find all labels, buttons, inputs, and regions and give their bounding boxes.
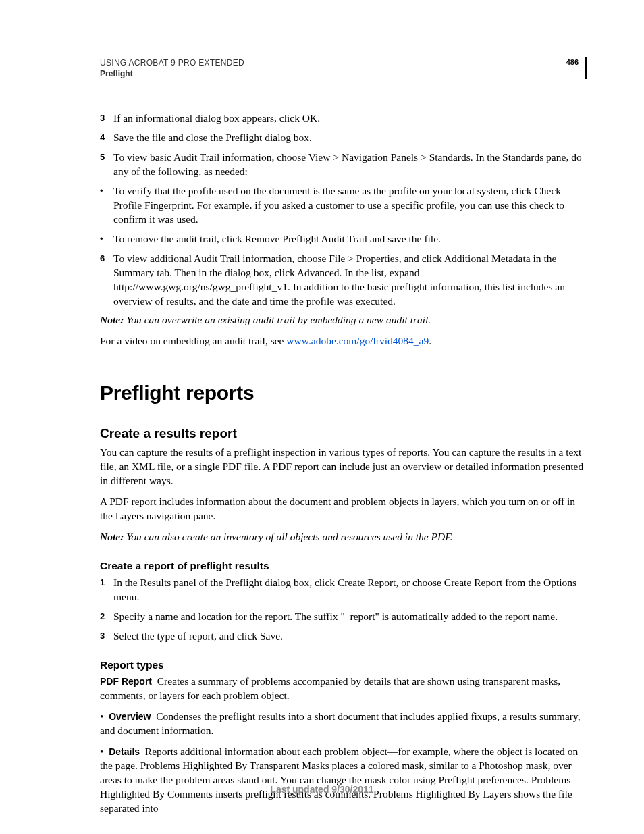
heading-preflight-reports: Preflight reports	[100, 380, 587, 407]
overview-desc: • Overview Condenses the preflight resul…	[100, 710, 587, 738]
pdf-report-desc: PDF Report Creates a summary of problems…	[100, 675, 587, 703]
para-pdf-report-layers: A PDF report includes information about …	[100, 495, 587, 523]
step-c3: 3 Select the type of report, and click S…	[100, 629, 587, 644]
page-number: 486	[566, 57, 579, 68]
step-6: 6 To view additional Audit Trail informa…	[100, 252, 587, 309]
page-header: USING ACROBAT 9 PRO EXTENDED Preflight 4…	[100, 57, 587, 79]
step-3: 3 If an informational dialog box appears…	[100, 111, 587, 126]
heading-create-report-preflight: Create a report of preflight results	[100, 559, 587, 573]
note-overwrite: Note: You can overwrite an existing audi…	[100, 313, 587, 328]
page-content: 3 If an informational dialog box appears…	[100, 111, 587, 815]
note-inventory: Note: You can also create an inventory o…	[100, 530, 587, 544]
header-section: Preflight	[100, 68, 577, 79]
heading-report-types: Report types	[100, 658, 587, 673]
step-c1: 1 In the Results panel of the Preflight …	[100, 576, 587, 604]
header-product: USING ACROBAT 9 PRO EXTENDED	[100, 57, 577, 68]
video-link[interactable]: www.adobe.com/go/lrvid4084_a9	[286, 335, 429, 346]
step-4: 4 Save the file and close the Preflight …	[100, 131, 587, 145]
heading-create-results-report: Create a results report	[100, 425, 587, 442]
bullet-remove-audit: • To remove the audit trail, click Remov…	[100, 232, 587, 246]
details-desc: • Details Reports additional information…	[100, 745, 587, 816]
para-capture-results: You can capture the results of a preflig…	[100, 446, 587, 488]
video-link-para: For a video on embedding an audit trail,…	[100, 334, 587, 348]
step-c2: 2 Specify a name and location for the re…	[100, 610, 587, 624]
step-5: 5 To view basic Audit Trail information,…	[100, 151, 587, 179]
bullet-profile-fingerprint: • To verify that the profile used on the…	[100, 184, 587, 227]
page-footer: Last updated 9/30/2011	[0, 783, 644, 796]
